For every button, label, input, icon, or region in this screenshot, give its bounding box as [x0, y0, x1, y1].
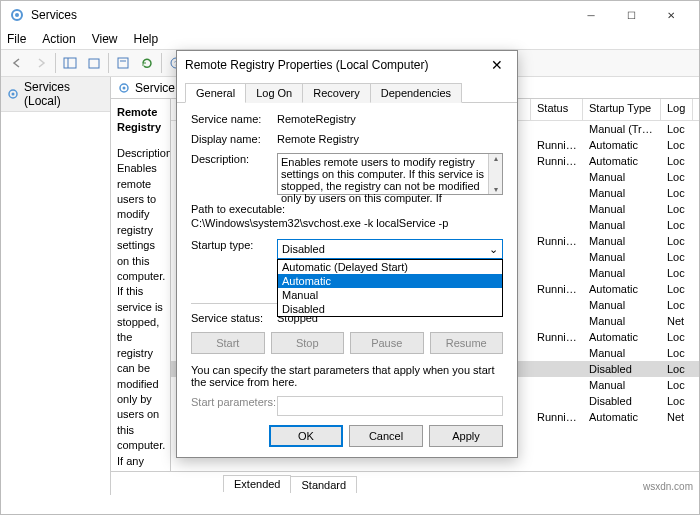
path-value: C:\Windows\system32\svchost.exe -k local… — [191, 217, 503, 229]
gear-icon — [6, 87, 20, 101]
dialog-body: Service name: RemoteRegistry Display nam… — [177, 103, 517, 434]
bottom-tabs: Extended Standard — [111, 471, 699, 492]
startup-type-label: Startup type: — [191, 239, 277, 259]
dialog-title: Remote Registry Properties (Local Comput… — [185, 58, 485, 72]
svg-point-14 — [12, 93, 15, 96]
start-params-label: Start parameters: — [191, 396, 277, 416]
col-startup[interactable]: Startup Type — [583, 99, 661, 120]
menu-view[interactable]: View — [92, 32, 118, 46]
tab-dependencies[interactable]: Dependencies — [370, 83, 462, 103]
description-label: Description: — [191, 153, 277, 195]
menubar: File Action View Help — [1, 29, 699, 49]
detail-desc: Enables remote users to modify registry … — [117, 161, 164, 471]
maximize-button[interactable]: ☐ — [611, 1, 651, 29]
tab-general[interactable]: General — [185, 83, 246, 103]
detail-desc-label: Description: — [117, 146, 164, 161]
attribution: wsxdn.com — [643, 481, 693, 492]
refresh-button[interactable] — [135, 52, 159, 74]
close-button[interactable]: ✕ — [651, 1, 691, 29]
scrollbar[interactable]: ▴▾ — [488, 154, 502, 194]
svg-rect-2 — [64, 58, 76, 68]
dialog-tabs: General Log On Recovery Dependencies — [177, 79, 517, 103]
pause-button[interactable]: Pause — [350, 332, 424, 354]
col-status[interactable]: Status — [531, 99, 583, 120]
startup-type-dropdown: Automatic (Delayed Start) Automatic Manu… — [277, 259, 503, 317]
ok-button[interactable]: OK — [269, 425, 343, 447]
option-manual[interactable]: Manual — [278, 288, 502, 302]
option-disabled[interactable]: Disabled — [278, 302, 502, 316]
tab-standard[interactable]: Standard — [290, 476, 357, 493]
description-textbox[interactable]: Enables remote users to modify registry … — [277, 153, 503, 195]
start-params-input[interactable] — [277, 396, 503, 416]
tab-recovery[interactable]: Recovery — [302, 83, 370, 103]
path-label: Path to executable: — [191, 203, 503, 215]
export-button[interactable] — [82, 52, 106, 74]
show-hide-tree-button[interactable] — [58, 52, 82, 74]
back-button[interactable] — [5, 52, 29, 74]
dialog-titlebar: Remote Registry Properties (Local Comput… — [177, 51, 517, 79]
menu-file[interactable]: File — [7, 32, 26, 46]
dialog-footer: OK Cancel Apply — [269, 425, 503, 447]
svg-rect-5 — [118, 58, 128, 68]
start-button[interactable]: Start — [191, 332, 265, 354]
sidebar-item-label: Services (Local) — [24, 80, 105, 108]
service-status-label: Service status: — [191, 312, 277, 324]
resume-button[interactable]: Resume — [430, 332, 504, 354]
services-icon — [9, 7, 25, 23]
tab-extended[interactable]: Extended — [223, 475, 291, 492]
start-params-hint: You can specify the start parameters tha… — [191, 364, 503, 388]
properties-button[interactable] — [111, 52, 135, 74]
properties-dialog: Remote Registry Properties (Local Comput… — [176, 50, 518, 458]
detail-service-name: Remote Registry — [117, 105, 164, 136]
menu-help[interactable]: Help — [134, 32, 159, 46]
menu-action[interactable]: Action — [42, 32, 75, 46]
display-name-value: Remote Registry — [277, 133, 503, 145]
svg-rect-4 — [89, 59, 99, 68]
window-title: Services — [31, 8, 571, 22]
stop-button[interactable]: Stop — [271, 332, 345, 354]
svg-point-1 — [15, 13, 19, 17]
gear-icon — [117, 81, 131, 95]
cancel-button[interactable]: Cancel — [349, 425, 423, 447]
chevron-down-icon: ⌄ — [489, 243, 498, 256]
svg-point-16 — [123, 86, 126, 89]
forward-button[interactable] — [29, 52, 53, 74]
col-logon[interactable]: Log — [661, 99, 693, 120]
detail-panel: Remote Registry Description: Enables rem… — [111, 99, 171, 471]
apply-button[interactable]: Apply — [429, 425, 503, 447]
sidebar: Services (Local) — [1, 77, 111, 495]
service-name-label: Service name: — [191, 113, 277, 125]
minimize-button[interactable]: ─ — [571, 1, 611, 29]
startup-type-select[interactable]: Disabled ⌄ Automatic (Delayed Start) Aut… — [277, 239, 503, 259]
sidebar-item-services-local[interactable]: Services (Local) — [1, 77, 110, 112]
display-name-label: Display name: — [191, 133, 277, 145]
option-automatic[interactable]: Automatic — [278, 274, 502, 288]
service-name-value: RemoteRegistry — [277, 113, 503, 125]
dialog-close-button[interactable]: ✕ — [485, 57, 509, 73]
option-auto-delayed[interactable]: Automatic (Delayed Start) — [278, 260, 502, 274]
tab-logon[interactable]: Log On — [245, 83, 303, 103]
titlebar: Services ─ ☐ ✕ — [1, 1, 699, 29]
